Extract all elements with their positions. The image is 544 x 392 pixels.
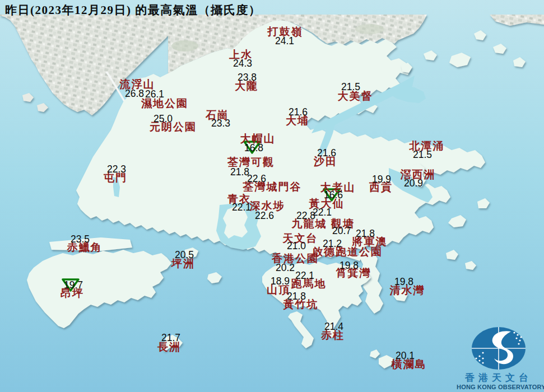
station-temperature-value: 22.8 [296,211,315,221]
station-temperature-value: 23.5 [71,235,90,245]
station-temperature-value: 21.5 [341,82,360,92]
station-temperature-value: 22.6 [247,174,266,184]
station-temperature-value: 22.1 [313,208,332,218]
station-temperature-value: 23.8 [238,73,257,83]
station-temperature-value: 21.5 [413,150,432,160]
station-temperature-value: 20.9 [404,179,423,189]
station-temperature-value: 24.1 [275,36,294,46]
station-temperature-value: 21.7 [161,333,180,343]
station-temperature-value: 25.0 [154,114,173,124]
station-temperature-value: 21.6 [289,108,308,118]
station-temperature-value: 22.1 [232,203,251,213]
station-temperature-value: 21.2 [323,239,342,249]
station-temperature-value: 21.0 [287,241,306,251]
station-temperature-value: 22.6 [255,211,274,221]
station-temperature-value: 20.7 [332,226,351,236]
hko-logo-name-zh: 香港天文台 [457,373,541,384]
station-temperature-value: 26.1 [145,90,164,100]
station-temperature-value: 24.3 [233,59,252,69]
station-temperature-value: 18.9 [271,277,290,287]
hko-logo-name-en: HONG KONG OBSERVATORY [457,384,541,391]
station-temperature-value: 19.8 [340,261,359,271]
station-temperature-value: 23.3 [211,119,230,129]
station-temperature-value: 21.6 [317,148,336,158]
station-temperature-value: 20.5 [175,250,194,260]
station-temperature-value: 22.3 [107,165,126,175]
station-temperature-value: 20.1 [396,351,415,361]
station-temperature-value: 21.8 [230,167,249,178]
station-temperature-value: 21.8 [287,292,306,302]
station-temperature-value: 19.7 [64,281,83,291]
station-temperature-value: 20.2 [276,263,295,273]
station-temperature-value: 21.4 [324,322,343,332]
station-temperature-value: 22.1 [295,271,314,281]
hko-logo-icon [469,326,528,371]
station-temperature-value: 16.8 [244,143,263,153]
station-temperature-value: 21.8 [356,229,375,239]
hko-logo: 香港天文台 HONG KONG OBSERVATORY [457,326,541,391]
station-name-label: 荃灣可觀 [227,157,275,167]
weather-map-page: 昨日(2023年12月29日) 的最高氣溫（攝氏度） 打鼓嶺24.1上水24.3… [0,0,544,392]
station-temperature-value: 19.9 [372,175,391,185]
station-temperature-value: 19.8 [394,277,413,287]
station-name-label: 深水埗 [250,200,285,211]
